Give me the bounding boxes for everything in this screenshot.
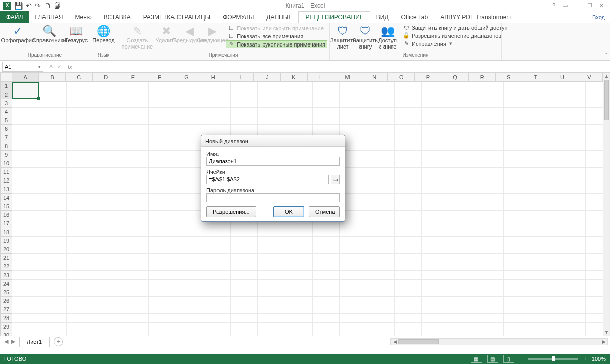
column-header[interactable]: K <box>281 73 308 81</box>
column-header[interactable]: Q <box>442 73 469 81</box>
chevron-down-icon[interactable]: ▾ <box>36 62 43 71</box>
row-header[interactable]: 21 <box>1 254 12 262</box>
zoom-knob[interactable] <box>552 356 555 361</box>
translate-button[interactable]: 🌐Перевод <box>92 24 115 44</box>
row-header[interactable]: 15 <box>1 202 12 211</box>
column-header[interactable]: S <box>496 73 522 81</box>
show-all-comments[interactable]: ☐Показать все примечания <box>226 32 327 40</box>
tab-file[interactable]: ФАЙЛ <box>0 11 29 23</box>
allow-edit-ranges[interactable]: 🔓Разрешить изменение диапазонов <box>401 32 509 39</box>
row-header[interactable]: 9 <box>1 151 12 159</box>
undo-icon[interactable]: ↶ <box>26 2 32 9</box>
help-icon[interactable]: ? <box>552 2 555 9</box>
row-header[interactable]: 30 <box>1 331 12 336</box>
row-header[interactable]: 17 <box>1 219 12 228</box>
fx-icon[interactable]: fx <box>66 64 74 70</box>
page-break-view-icon[interactable]: ▯ <box>503 355 514 363</box>
column-header[interactable]: H <box>200 73 227 81</box>
column-header[interactable]: O <box>388 73 415 81</box>
new-doc-icon[interactable]: 🗋 <box>44 2 51 9</box>
row-headers[interactable]: 1234567891011121314151617181920212223242… <box>0 82 12 336</box>
save-icon[interactable]: 💾 <box>14 2 23 9</box>
range-name-input[interactable] <box>206 157 340 166</box>
column-header[interactable]: A <box>12 73 39 81</box>
sign-in-link[interactable]: Вход <box>587 11 610 23</box>
sheet-tab[interactable]: Лист1 <box>19 337 50 347</box>
row-header[interactable]: 6 <box>1 125 12 133</box>
row-header[interactable]: 4 <box>1 108 12 116</box>
spelling-button[interactable]: ✓Орфография <box>2 24 33 44</box>
row-header[interactable]: 16 <box>1 211 12 219</box>
track-changes[interactable]: ✎Исправления▾ <box>401 40 509 48</box>
tab-abbyy[interactable]: ABBYY PDF Transformer+ <box>434 11 518 23</box>
scroll-right-icon[interactable]: ▶ <box>600 339 607 344</box>
tab-home[interactable]: ГЛАВНАЯ <box>29 11 69 23</box>
column-header[interactable]: P <box>415 73 442 81</box>
tab-formulas[interactable]: ФОРМУЛЫ <box>216 11 260 23</box>
research-button[interactable]: 🔍Справочники <box>33 24 65 44</box>
cells-ref-input[interactable] <box>206 175 329 184</box>
scroll-up-icon[interactable]: ▲ <box>603 73 610 80</box>
row-header[interactable]: 13 <box>1 185 12 194</box>
zoom-in-icon[interactable]: + <box>583 356 586 362</box>
row-header[interactable]: 18 <box>1 228 12 237</box>
column-header[interactable]: D <box>93 73 119 81</box>
vscroll-thumb[interactable] <box>604 80 609 120</box>
column-header[interactable]: U <box>549 73 576 81</box>
row-header[interactable]: 14 <box>1 194 12 202</box>
sheet-nav-next-icon[interactable]: ▶ <box>11 338 15 345</box>
normal-view-icon[interactable]: ▦ <box>471 355 482 363</box>
sheet-nav-prev-icon[interactable]: ◀ <box>4 338 8 345</box>
row-header[interactable]: 8 <box>1 142 12 151</box>
row-header[interactable]: 27 <box>1 305 12 314</box>
zoom-slider[interactable] <box>528 358 578 360</box>
range-password-input[interactable] <box>206 193 340 202</box>
maximize-icon[interactable]: ☐ <box>587 2 592 9</box>
row-header[interactable]: 20 <box>1 245 12 254</box>
horizontal-scrollbar[interactable]: ◀ ▶ <box>390 338 608 345</box>
row-header[interactable]: 7 <box>1 133 12 142</box>
column-header[interactable]: I <box>227 73 254 81</box>
tab-data[interactable]: ДАННЫЕ <box>260 11 298 23</box>
thesaurus-button[interactable]: 📖Тезаурус <box>65 24 88 44</box>
column-header[interactable]: E <box>119 73 146 81</box>
tab-page-layout[interactable]: РАЗМЕТКА СТРАНИЦЫ <box>137 11 217 23</box>
collapse-ribbon-icon[interactable]: ˆ <box>605 52 607 59</box>
redo-icon[interactable]: ↷ <box>35 2 41 9</box>
permissions-button[interactable]: Разрешения... <box>206 206 256 217</box>
row-header[interactable]: 11 <box>1 168 12 176</box>
vertical-scrollbar[interactable]: ▲ ▼ <box>603 73 610 336</box>
fill-handle[interactable] <box>37 97 40 100</box>
column-header[interactable]: R <box>469 73 496 81</box>
row-header[interactable]: 5 <box>1 116 12 125</box>
show-ink-comments[interactable]: ✎Показать рукописные примечания <box>226 40 327 48</box>
ribbon-options-icon[interactable]: ▭ <box>562 2 568 9</box>
column-header[interactable]: V <box>576 73 603 81</box>
tab-view[interactable]: ВИД <box>370 11 395 23</box>
column-header[interactable]: G <box>173 73 200 81</box>
tab-review[interactable]: РЕЦЕНЗИРОВАНИЕ <box>298 11 370 23</box>
zoom-level[interactable]: 100% <box>592 356 606 362</box>
row-header[interactable]: 22 <box>1 262 12 271</box>
add-sheet-button[interactable]: + <box>54 337 63 346</box>
cancel-button[interactable]: Отмена <box>309 206 340 217</box>
row-header[interactable]: 23 <box>1 271 12 280</box>
protect-sheet-button[interactable]: 🛡Защитить лист <box>332 24 354 51</box>
row-header[interactable]: 24 <box>1 280 12 288</box>
row-header[interactable]: 3 <box>1 99 12 108</box>
zoom-out-icon[interactable]: − <box>519 356 522 362</box>
collapse-dialog-icon[interactable]: ▭ <box>331 175 340 184</box>
tab-insert[interactable]: ВСТАВКА <box>98 11 137 23</box>
tab-menu[interactable]: Меню <box>69 11 97 23</box>
share-workbook-button[interactable]: 👥Доступ к книге <box>376 24 399 51</box>
scroll-left-icon[interactable]: ◀ <box>391 339 398 344</box>
minimize-icon[interactable]: — <box>575 2 580 9</box>
scroll-down-icon[interactable]: ▼ <box>603 329 610 336</box>
row-header[interactable]: 19 <box>1 237 12 245</box>
page-layout-view-icon[interactable]: ▤ <box>487 355 498 363</box>
row-header[interactable]: 10 <box>1 159 12 168</box>
row-header[interactable]: 28 <box>1 314 12 323</box>
column-header[interactable]: N <box>361 73 388 81</box>
row-header[interactable]: 1 <box>1 82 12 90</box>
row-header[interactable]: 25 <box>1 288 12 297</box>
